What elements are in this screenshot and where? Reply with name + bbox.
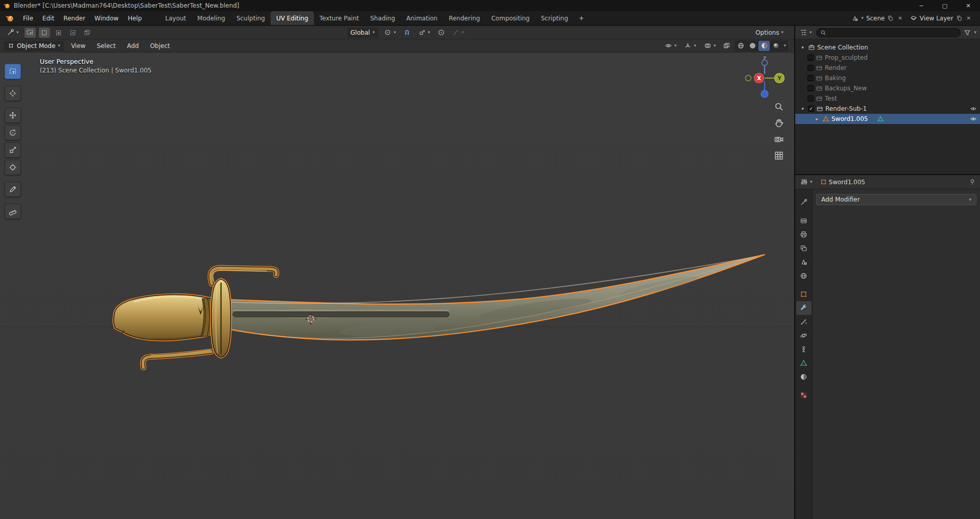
visibility-dropdown[interactable]: ▾ <box>662 41 679 51</box>
shading-solid-button[interactable] <box>747 41 758 51</box>
ptab-particles[interactable] <box>796 315 812 329</box>
shading-rendered-button[interactable] <box>770 41 781 51</box>
visibility-eye-icon[interactable] <box>970 105 977 112</box>
ptab-render[interactable] <box>796 214 812 228</box>
remove-view-layer-icon[interactable]: ✕ <box>965 15 972 21</box>
outliner-row-prop-sculpted[interactable]: Prop_sculpted <box>795 53 980 63</box>
properties-editor-type-button[interactable]: ▾ <box>799 177 814 187</box>
select-mode-intersect-button[interactable] <box>82 28 93 38</box>
add-modifier-dropdown[interactable]: Add Modifier ▾ <box>816 194 976 205</box>
select-mode-set-button[interactable] <box>39 28 50 38</box>
navigation-gizmo[interactable]: Z X Y <box>741 55 788 102</box>
shading-wireframe-button[interactable] <box>735 41 746 51</box>
menu-edit[interactable]: Edit <box>38 11 59 25</box>
menu-help[interactable]: Help <box>123 11 146 25</box>
maximize-button[interactable]: ▢ <box>933 0 957 11</box>
ptab-constraints[interactable] <box>796 342 812 356</box>
menu-view[interactable]: View <box>67 39 89 52</box>
exclude-checkbox[interactable] <box>807 75 814 81</box>
new-view-layer-icon[interactable] <box>956 15 963 21</box>
ortho-grid-icon[interactable] <box>774 151 784 161</box>
outliner-row-test[interactable]: Test <box>795 93 980 104</box>
ptab-output[interactable] <box>796 228 812 241</box>
outliner-row-render[interactable]: Render <box>795 63 980 73</box>
view-layer-selector[interactable]: View Layer ✕ <box>908 13 975 23</box>
ptab-texture[interactable] <box>796 388 812 402</box>
blender-menu-button[interactable] <box>0 11 18 25</box>
tab-uv-editing[interactable]: UV Editing <box>271 11 314 25</box>
tool-annotate-button[interactable] <box>5 182 21 197</box>
ptab-physics[interactable] <box>796 329 812 342</box>
outliner-row-render-sub-1[interactable]: ▾ Render-Sub-1 <box>795 104 980 114</box>
camera-view-icon[interactable] <box>774 134 784 144</box>
viewport-3d[interactable]: User Perspective (213) Scene Collection … <box>0 53 794 519</box>
xray-toggle[interactable] <box>721 41 732 51</box>
proportional-editing-toggle[interactable] <box>435 28 447 38</box>
tab-scripting[interactable]: Scripting <box>535 11 574 25</box>
tool-scale-button[interactable] <box>5 142 21 158</box>
menu-select[interactable]: Select <box>93 39 120 52</box>
snap-toggle-button[interactable] <box>402 28 413 38</box>
ptab-object[interactable] <box>796 287 812 301</box>
outliner-row-baking[interactable]: Baking <box>795 73 980 83</box>
ptab-object-data[interactable] <box>796 356 812 370</box>
pin-icon[interactable] <box>969 179 976 186</box>
menu-add[interactable]: Add <box>123 39 143 52</box>
select-mode-subtract-button[interactable] <box>67 28 79 38</box>
tab-modeling[interactable]: Modeling <box>192 11 231 25</box>
search-input[interactable] <box>828 29 957 36</box>
tool-measure-button[interactable] <box>5 204 21 219</box>
tab-compositing[interactable]: Compositing <box>485 11 535 25</box>
new-scene-icon[interactable] <box>887 15 894 21</box>
menu-render[interactable]: Render <box>59 11 90 25</box>
filter-dropdown[interactable]: ▾ <box>974 30 976 35</box>
tab-sculpting[interactable]: Sculpting <box>231 11 271 25</box>
outliner-editor-type-button[interactable]: ▾ <box>799 28 813 38</box>
pivot-point-dropdown[interactable]: ▾ <box>381 28 399 38</box>
options-dropdown[interactable]: Options ▾ <box>753 28 786 38</box>
select-mode-extend-button[interactable] <box>53 28 64 38</box>
gizmos-dropdown[interactable]: ▾ <box>681 41 699 51</box>
ptab-scene[interactable] <box>796 255 812 269</box>
transform-orientation-dropdown[interactable]: Global ▾ <box>347 28 379 38</box>
exclude-checkbox[interactable] <box>807 65 814 71</box>
minimize-button[interactable]: ─ <box>910 0 933 11</box>
exclude-checkbox[interactable] <box>807 95 814 102</box>
filter-funnel-icon[interactable] <box>964 29 971 36</box>
outliner-row-backups-new[interactable]: Backups_New <box>795 83 980 93</box>
ptab-tool[interactable] <box>796 195 812 209</box>
outliner-row-sword[interactable]: ▸ Sword1.005 <box>795 114 980 124</box>
mode-dropdown[interactable]: Object Mode ▾ <box>4 41 64 51</box>
sword-model[interactable] <box>114 255 765 367</box>
disclosure-open-icon[interactable]: ▾ <box>799 106 806 111</box>
shading-material-button[interactable] <box>758 41 770 51</box>
scene-selector[interactable]: ▾ Scene ✕ <box>849 13 906 23</box>
tab-layout[interactable]: Layout <box>160 11 192 25</box>
menu-window[interactable]: Window <box>90 11 123 25</box>
menu-file[interactable]: File <box>18 11 38 25</box>
outliner-row-scene-collection[interactable]: ▾ Scene Collection <box>795 42 980 53</box>
ptab-view-layer[interactable] <box>796 241 812 255</box>
shading-dropdown[interactable]: ▾ <box>782 43 788 48</box>
tab-rendering[interactable]: Rendering <box>443 11 485 25</box>
ptab-material[interactable] <box>796 370 812 384</box>
tool-box-select-button[interactable] <box>5 64 21 79</box>
tool-move-button[interactable] <box>5 108 21 123</box>
tool-transform-button[interactable] <box>5 160 21 175</box>
editor-type-button[interactable]: ▾ <box>4 28 21 38</box>
tool-cursor-button[interactable] <box>5 86 21 101</box>
gizmo-negy-handle[interactable] <box>746 76 751 81</box>
ptab-modifiers[interactable] <box>796 301 812 315</box>
tab-texture-paint[interactable]: Texture Paint <box>314 11 364 25</box>
exclude-checkbox[interactable] <box>807 85 814 91</box>
active-tool-button[interactable] <box>24 28 36 38</box>
close-button[interactable]: ✕ <box>957 0 980 11</box>
exclude-checkbox[interactable] <box>807 55 814 61</box>
add-workspace-button[interactable]: + <box>574 11 589 25</box>
tab-shading[interactable]: Shading <box>364 11 401 25</box>
visibility-eye-icon[interactable] <box>970 115 977 122</box>
unlink-scene-icon[interactable]: ✕ <box>896 15 903 21</box>
proportional-falloff-dropdown[interactable]: ▾ <box>450 28 467 38</box>
menu-object[interactable]: Object <box>146 39 174 52</box>
gizmo-negz-handle[interactable] <box>762 60 768 66</box>
